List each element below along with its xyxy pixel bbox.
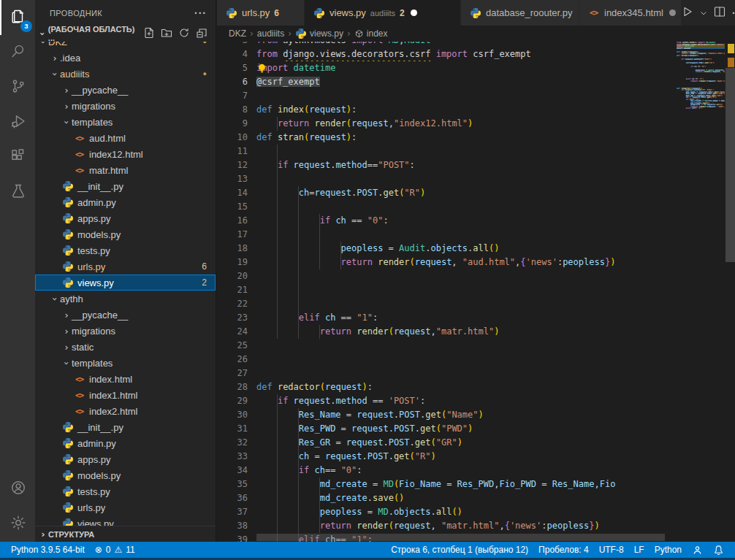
code-line-37[interactable]: 37 peopless = MD.objects.all(): [217, 505, 675, 519]
activitybar-testing[interactable]: [0, 175, 35, 210]
code-line-5[interactable]: 5import datetime: [217, 61, 675, 75]
tree-item-__pycache__[interactable]: ›__pycache__: [35, 82, 216, 98]
outline-section-header[interactable]: › СТРУКТУРА: [35, 526, 216, 542]
tree-item-migrations[interactable]: ›migrations: [35, 323, 216, 339]
code-line-24[interactable]: 24 return render(request,"matr.html"): [217, 325, 675, 339]
tree-item-models.py[interactable]: models.py: [35, 467, 216, 483]
more-editor-actions-button[interactable]: ···: [732, 7, 735, 19]
vertical-scrollbar[interactable]: [726, 68, 735, 262]
code-line-3[interactable]: 3from aythh.models import MD,Audit: [217, 42, 675, 47]
code-line-36[interactable]: 36 md_create.save(): [217, 491, 675, 505]
code-line-15[interactable]: 15: [217, 200, 675, 214]
tree-item-migrations[interactable]: ›migrations: [35, 98, 216, 114]
tree-item-static[interactable]: ›static: [35, 339, 216, 355]
collapse-folders-button[interactable]: [195, 27, 208, 40]
code-line-12[interactable]: 12 if request.method=="POST":: [217, 158, 675, 172]
code-line-34[interactable]: 34 if ch== "0":: [217, 464, 675, 477]
tree-item-tests.py[interactable]: tests.py: [35, 242, 216, 258]
tree-item-aud.html[interactable]: <>aud.html: [35, 130, 216, 146]
tree-item-apps.py[interactable]: apps.py: [35, 451, 216, 467]
code-line-13[interactable]: 13: [217, 172, 675, 186]
run-dropdown-button[interactable]: [700, 7, 707, 20]
code-line-9[interactable]: 9 return render(request,"index12.html"): [217, 117, 675, 131]
code-line-25[interactable]: 25: [217, 339, 675, 353]
tree-item-index.html[interactable]: <>index.html: [35, 371, 216, 387]
activitybar-settings[interactable]: [0, 507, 35, 542]
tab-index345.html[interactable]: <>index345.html: [579, 0, 682, 26]
notifications-bell-icon[interactable]: [708, 542, 729, 558]
tree-item-models.py[interactable]: models.py: [35, 226, 216, 242]
activitybar-source-control[interactable]: [0, 70, 35, 105]
tab-database_roouter.py[interactable]: database_roouter.py: [461, 0, 579, 26]
activitybar-extensions[interactable]: [0, 140, 35, 175]
workspace-section-header[interactable]: › (РАБОЧАЯ ОБЛАСТЬ) ...: [35, 26, 216, 42]
tree-item-__init__.py[interactable]: __init__.py: [35, 419, 216, 435]
tab-views.py[interactable]: views.pyaudiiits2: [305, 0, 461, 26]
tree-item-urls.py[interactable]: urls.py6: [35, 258, 216, 275]
lightbulb-icon[interactable]: [256, 63, 267, 74]
code-line-28[interactable]: 28def redactor(request):: [217, 380, 675, 394]
tree-item-templates[interactable]: ›templates: [35, 355, 216, 371]
minimap[interactable]: from aythh.models import MD,Auditfrom dj…: [677, 42, 725, 542]
code-line-26[interactable]: 26: [217, 353, 675, 367]
split-editor-button[interactable]: [714, 6, 726, 20]
tree-item-index1.html[interactable]: <>index1.html: [35, 387, 216, 403]
code-line-33[interactable]: 33 ch = request.POST.get("R"): [217, 450, 675, 464]
code-line-4[interactable]: 4from django.views.decorators.csrf impor…: [217, 47, 675, 61]
code-line-30[interactable]: 30 Res_Name = request.POST.get("Name"): [217, 408, 675, 422]
tree-item-matr.html[interactable]: <>matr.html: [35, 162, 216, 178]
code-editor[interactable]: 3from aythh.models import MD,Audit4from …: [217, 42, 735, 542]
dirty-indicator-icon[interactable]: [411, 9, 417, 16]
activitybar-explorer[interactable]: 3: [0, 0, 35, 35]
code-line-8[interactable]: 8def index(request):: [217, 103, 675, 117]
activitybar-search[interactable]: [0, 35, 35, 70]
code-line-21[interactable]: 21: [217, 283, 675, 297]
code-line-7[interactable]: 7: [217, 89, 675, 103]
indentation-status[interactable]: Пробелов: 4: [533, 542, 594, 558]
tree-item-__init__.py[interactable]: __init__.py: [35, 178, 216, 194]
code-line-16[interactable]: 16 if ch == "0":: [217, 214, 675, 228]
breadcrumb-item-index[interactable]: index: [354, 28, 388, 39]
code-line-20[interactable]: 20: [217, 269, 675, 283]
tree-item-index2.html[interactable]: <>index2.html: [35, 403, 216, 419]
code-line-11[interactable]: 11: [217, 145, 675, 158]
code-line-27[interactable]: 27: [217, 367, 675, 380]
code-line-22[interactable]: 22: [217, 297, 675, 311]
tree-item-admin.py[interactable]: admin.py: [35, 194, 216, 210]
activitybar-run-and-debug[interactable]: [0, 105, 35, 140]
activitybar-account[interactable]: [0, 472, 35, 507]
tree-item-views.py[interactable]: views.py: [35, 515, 216, 526]
new-file-button[interactable]: [142, 27, 156, 40]
code-line-38[interactable]: 38 return render(request, "matr.html",{'…: [217, 519, 675, 533]
tree-item-admin.py[interactable]: admin.py: [35, 435, 216, 451]
code-line-31[interactable]: 31 Res_PWD = request.POST.get("PWD"): [217, 422, 675, 436]
breadcrumb-item-audiiits[interactable]: audiiits: [257, 28, 284, 39]
dirty-indicator-icon[interactable]: [669, 9, 676, 16]
feedback-icon[interactable]: [687, 542, 708, 558]
code-line-17[interactable]: 17: [217, 228, 675, 242]
tree-item-.idea[interactable]: ›.idea: [35, 50, 216, 66]
problems-status[interactable]: ⊗ 0 ⚠ 11: [90, 542, 140, 558]
breadcrumb-item-views.py[interactable]: views.py: [295, 28, 343, 39]
eol-status[interactable]: LF: [629, 542, 650, 558]
tree-item-urls.py[interactable]: urls.py: [35, 499, 216, 515]
tree-item-views.py[interactable]: views.py2: [35, 275, 216, 291]
tree-item-index12.html[interactable]: <>index12.html: [35, 146, 216, 162]
tree-item-apps.py[interactable]: apps.py: [35, 210, 216, 226]
tree-item-templates[interactable]: ›templates: [35, 114, 216, 130]
python-interpreter-status[interactable]: Python 3.9.5 64-bit: [6, 542, 90, 558]
run-python-file-button[interactable]: [682, 6, 693, 20]
refresh-explorer-button[interactable]: [178, 27, 191, 40]
horizontal-scrollbar[interactable]: [256, 534, 665, 541]
code-line-18[interactable]: 18 peopless = Audit.objects.all(): [217, 242, 675, 256]
tree-item-__pycache__[interactable]: ›__pycache__: [35, 307, 216, 323]
code-line-10[interactable]: 10def stran(request):: [217, 131, 675, 145]
language-mode-status[interactable]: Python: [650, 542, 687, 558]
code-line-29[interactable]: 29 if request.method == 'POST':: [217, 394, 675, 408]
tree-item-audiiits[interactable]: ›audiiits●: [35, 66, 216, 82]
code-line-14[interactable]: 14 ch=request.POST.get("R"): [217, 186, 675, 200]
tree-item-DKZ[interactable]: ›DKZ●: [35, 42, 216, 50]
tree-item-aythh[interactable]: ›aythh: [35, 291, 216, 307]
code-line-23[interactable]: 23 elif ch == "1":: [217, 311, 675, 325]
code-content[interactable]: 3from aythh.models import MD,Audit4from …: [217, 42, 675, 542]
